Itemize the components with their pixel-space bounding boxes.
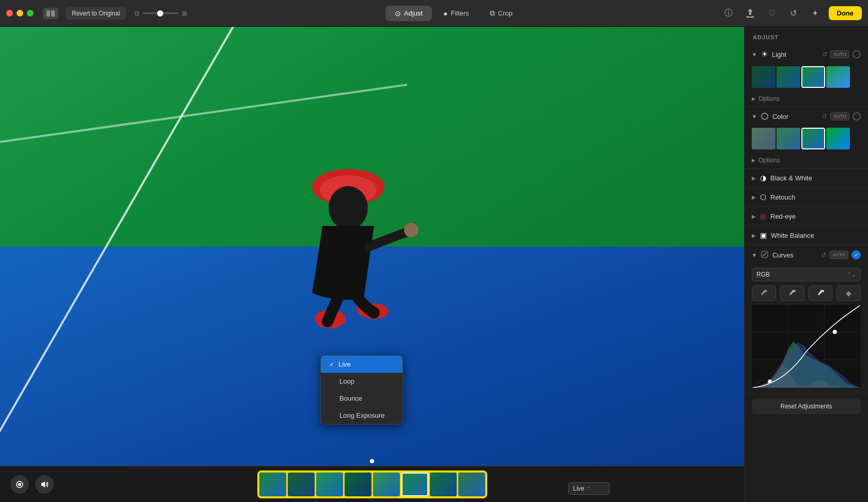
revert-icon-button[interactable]: ↺ [785,5,802,22]
media-controls [10,475,54,494]
svg-point-12 [765,290,767,292]
done-button[interactable]: Done [829,6,862,20]
retouch-icon: ⬡ [760,193,766,201]
dropdown-item-bounce[interactable]: Bounce [321,390,402,407]
filmstrip [257,470,487,498]
color-reset-icon[interactable]: ↺ [822,113,827,120]
curves-actions: ↺ AUTO ✓ [821,250,861,260]
section-bw-header[interactable]: ▶ ◑ Black & White [745,169,868,187]
color-icon [761,113,768,120]
section-color-header[interactable]: ▼ Color ↺ AUTO [745,107,868,126]
share-button[interactable] [742,5,758,22]
filmstrip-thumb-1[interactable] [259,473,286,496]
wb-expand-icon: ▶ [752,233,756,238]
right-panel: ADJUST ▼ ☀ Light ↺ AUTO ▶ Opt [744,27,868,502]
color-thumb-2[interactable] [777,128,800,149]
light-actions: ↺ AUTO [822,50,861,58]
favorite-button[interactable]: ♡ [764,5,780,22]
rgb-selector-chevron-icon: ⌃⌄ [847,271,856,278]
volume-button[interactable] [35,475,54,494]
traffic-lights [6,10,34,17]
filmstrip-thumb-2[interactable] [288,473,315,496]
filmstrip-thumb-7[interactable] [430,473,457,496]
light-thumb-1[interactable] [752,66,776,88]
color-auto-badge[interactable]: AUTO [830,112,849,120]
live-photo-button[interactable] [10,475,29,494]
revert-original-button[interactable]: Revert to Original [66,7,126,20]
color-thumb-3[interactable] [801,128,825,149]
eyedropper-gray-button[interactable] [780,285,804,301]
redeye-icon: ◎ [760,212,766,220]
tab-adjust[interactable]: ⊙ Adjust [385,6,432,21]
eyedropper-black-button[interactable] [752,285,776,301]
light-thumb-2[interactable] [777,66,800,88]
light-options-label: Options [758,95,780,102]
zoom-out-icon: ⊟ [134,10,140,17]
eyedropper-row: ◆ [752,285,861,301]
redeye-expand-icon: ▶ [752,214,756,219]
light-options[interactable]: ▶ Options [745,92,868,107]
curves-reset-icon[interactable]: ↺ [821,251,826,258]
section-bw-title: Black & White [770,174,861,182]
filmstrip-thumb-8[interactable] [458,473,485,496]
zoom-control[interactable]: ⊟ ⊞ [134,10,187,17]
main-layout: Live Loop Bounce Long Exposure [0,27,868,502]
color-toggle[interactable] [853,112,861,120]
section-retouch-header[interactable]: ▶ ⬡ Retouch [745,188,868,206]
close-button[interactable] [6,10,13,17]
color-options-label: Options [758,157,780,164]
color-options-expand-icon: ▶ [752,158,755,163]
section-redeye-header[interactable]: ▶ ◎ Red-eye [745,207,868,225]
filmstrip-thumb-3[interactable] [316,473,343,496]
light-thumb-4[interactable] [826,66,850,88]
filmstrip-thumb-6[interactable] [401,473,428,496]
reset-adjustments-button[interactable]: Reset Adjustments [752,399,861,414]
tab-crop-label: Crop [498,9,513,17]
light-toggle[interactable] [853,50,861,58]
magic-wand-button[interactable]: ✦ [807,5,824,22]
curves-auto-badge[interactable]: AUTO [829,251,848,259]
dropdown-item-live[interactable]: Live [321,356,402,373]
section-retouch: ▶ ⬡ Retouch [745,188,868,207]
svg-point-20 [768,379,772,384]
light-auto-badge[interactable]: AUTO [830,50,849,58]
auto-curves-button[interactable]: ◆ [836,285,861,301]
section-redeye-title: Red-eye [770,212,861,220]
maximize-button[interactable] [27,10,34,17]
eyedropper-white-button[interactable] [809,285,833,301]
tab-crop[interactable]: ⧉ Crop [481,5,522,21]
color-options[interactable]: ▶ Options [745,154,868,168]
filmstrip-thumb-5[interactable] [373,473,400,496]
live-mode-selector[interactable]: Live ⌃ [568,482,610,495]
light-thumbnails [745,64,868,92]
svg-point-7 [404,223,419,237]
zoom-slider-thumb[interactable] [157,10,163,17]
live-select-chevron-icon: ⌃ [586,486,591,492]
curves-content: RGB ⌃⌄ [745,265,868,393]
section-wb-header[interactable]: ▶ ▣ White Balance [745,226,868,245]
info-button[interactable]: ⓘ [720,5,737,22]
tab-filters[interactable]: ● Filters [434,6,478,21]
rgb-channel-selector[interactable]: RGB ⌃⌄ [752,268,861,281]
live-select-value: Live [573,485,584,492]
dropdown-item-long-exposure[interactable]: Long Exposure [321,407,402,424]
light-reset-icon[interactable]: ↺ [822,51,827,58]
curves-chart [752,305,861,388]
playback-mode-dropdown: Live Loop Bounce Long Exposure [320,355,403,424]
color-thumb-1[interactable] [752,128,776,149]
svg-rect-1 [51,10,55,17]
light-thumb-3[interactable] [801,66,825,88]
section-redeye: ▶ ◎ Red-eye [745,207,868,226]
filmstrip-thumb-4[interactable] [345,473,371,496]
curves-expand-icon: ▼ [752,252,757,258]
minimize-button[interactable] [17,10,23,17]
section-curves-header[interactable]: ▼ Curves ↺ AUTO ✓ [745,245,868,265]
section-retouch-title: Retouch [770,193,861,201]
section-color: ▼ Color ↺ AUTO ▶ Options [745,107,868,169]
titlebar: Revert to Original ⊟ ⊞ ⊙ Adjust ● Filter… [0,0,868,27]
section-curves: ▼ Curves ↺ AUTO ✓ RGB [745,245,868,393]
section-light-header[interactable]: ▼ ☀ Light ↺ AUTO [745,44,868,64]
zoom-in-icon: ⊞ [182,10,187,17]
dropdown-item-loop[interactable]: Loop [321,373,402,390]
color-thumb-4[interactable] [826,128,850,149]
